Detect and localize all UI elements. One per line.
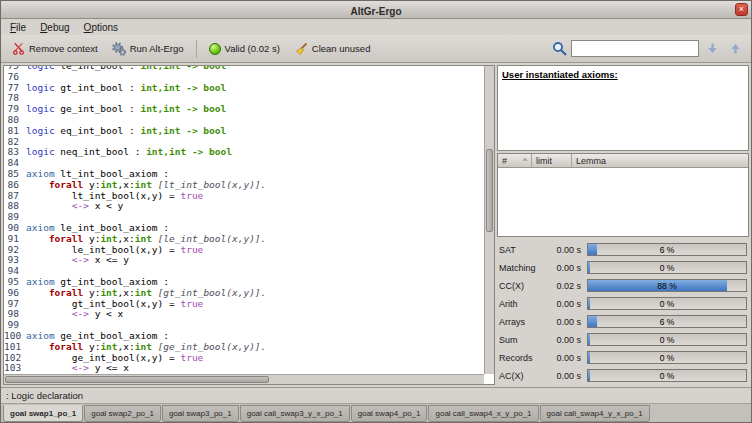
code-line: 98 <-> y < x xyxy=(4,309,484,320)
vertical-scrollbar[interactable] xyxy=(484,66,494,374)
line-number: 103 xyxy=(4,363,26,374)
progress-bar: 0 % xyxy=(587,351,747,364)
column-number-label: # xyxy=(502,156,507,166)
progress-bar: 6 % xyxy=(587,315,747,328)
column-header-lemma[interactable]: Lemma xyxy=(572,154,748,167)
code-line: 93 <-> x <= y xyxy=(4,255,484,266)
tab-goal-call-swap4-x-y-po-1[interactable]: goal call_swap4_x_y_po_1 xyxy=(428,405,538,422)
column-header-limit[interactable]: limit xyxy=(532,154,572,167)
line-number: 81 xyxy=(4,126,26,137)
tab-goal-swap4-po-1[interactable]: goal swap4_po_1 xyxy=(351,405,428,422)
code-line: 79logic ge_int_bool : int,int -> bool xyxy=(4,104,484,115)
line-text: logic eq_int_bool : int,int -> bool xyxy=(26,126,226,137)
line-text: logic ge_int_bool : int,int -> bool xyxy=(26,104,226,115)
lemma-table-header: # ^ limit Lemma xyxy=(498,154,748,168)
progress-label: 6 % xyxy=(588,244,746,255)
progress-bar: 0 % xyxy=(587,297,747,310)
stat-row-ac-x-: AC(X)0.00 s0 % xyxy=(499,367,747,384)
right-panel: User instantiated axioms: # ^ limit Lemm… xyxy=(497,65,749,385)
clean-unused-button[interactable]: Clean unused xyxy=(289,39,376,59)
horizontal-scrollbar-thumb[interactable] xyxy=(5,376,269,383)
sort-asc-icon: ^ xyxy=(523,156,527,165)
tab-goal-swap1-po-1[interactable]: goal swap1_po_1 xyxy=(3,405,83,422)
stat-label: Arrays xyxy=(499,317,547,327)
stat-time: 0.00 s xyxy=(547,245,587,255)
status-text: : Logic declaration xyxy=(6,390,83,401)
run-alt-ergo-button[interactable]: Run Alt-Ergo xyxy=(107,39,189,59)
lemma-table: # ^ limit Lemma xyxy=(497,153,749,237)
stat-row-records: Records0.00 s0 % xyxy=(499,349,747,366)
menu-item-file[interactable]: File xyxy=(3,21,33,34)
title-bar[interactable]: AltGr-Ergo × xyxy=(1,1,751,19)
stat-label: AC(X) xyxy=(499,371,547,381)
valid-status-label: Valid (0.02 s) xyxy=(225,43,280,54)
line-text: <-> y <= x xyxy=(26,363,129,374)
stat-row-arith: Arith0.00 s0 % xyxy=(499,295,747,312)
arrow-down-icon xyxy=(706,42,719,55)
line-text: <-> y < x xyxy=(26,309,123,320)
progress-label: 0 % xyxy=(588,334,746,345)
valid-status: Valid (0.02 s) xyxy=(204,40,285,58)
progress-label: 0 % xyxy=(588,262,746,273)
stat-label: Sum xyxy=(499,335,547,345)
tab-goal-swap2-po-1[interactable]: goal swap2_po_1 xyxy=(84,405,161,422)
line-number: 91 xyxy=(4,234,26,245)
line-number: 96 xyxy=(4,288,26,299)
code-content: 75logic le_int_bool : int,int -> bool767… xyxy=(4,66,484,374)
line-text: logic gt_int_bool : int,int -> bool xyxy=(26,83,226,94)
menu-item-options[interactable]: Options xyxy=(77,21,125,34)
horizontal-scrollbar[interactable] xyxy=(4,374,484,384)
line-text: <-> x < y xyxy=(26,201,123,212)
progress-label: 0 % xyxy=(588,370,746,381)
line-text: <-> x <= y xyxy=(26,255,129,266)
status-bar: : Logic declaration xyxy=(1,387,751,403)
close-button[interactable]: × xyxy=(735,3,748,16)
stat-time: 0.02 s xyxy=(547,281,587,291)
stat-label: Matching xyxy=(499,263,547,273)
app-window: AltGr-Ergo × FileDebugOptions Remove con… xyxy=(0,0,752,423)
gears-run-icon xyxy=(112,42,126,56)
progress-label: 0 % xyxy=(588,298,746,309)
stat-time: 0.00 s xyxy=(547,371,587,381)
code-line: 88 <-> x < y xyxy=(4,201,484,212)
progress-label: 0 % xyxy=(588,352,746,363)
stat-label: Arith xyxy=(499,299,547,309)
code-viewport: 75logic le_int_bool : int,int -> bool767… xyxy=(4,66,484,374)
tab-goal-call-swap3-y-x-po-1[interactable]: goal call_swap3_y_x_po_1 xyxy=(240,405,350,422)
toolbar-separator xyxy=(196,40,197,58)
stat-time: 0.00 s xyxy=(547,317,587,327)
progress-label: 88 % xyxy=(588,280,746,291)
axioms-panel-title: User instantiated axioms: xyxy=(502,69,744,80)
search-input[interactable] xyxy=(571,40,699,57)
stat-row-cc-x-: CC(X)0.02 s88 % xyxy=(499,277,747,294)
remove-context-button[interactable]: Remove context xyxy=(7,39,103,58)
search-icon xyxy=(552,41,567,56)
code-editor[interactable]: 75logic le_int_bool : int,int -> bool767… xyxy=(3,65,495,385)
stat-time: 0.00 s xyxy=(547,353,587,363)
stat-time: 0.00 s xyxy=(547,335,587,345)
scissors-icon xyxy=(12,42,25,55)
column-header-number[interactable]: # ^ xyxy=(498,154,532,167)
clean-unused-label: Clean unused xyxy=(312,43,371,54)
code-line: 103 <-> y <= x xyxy=(4,363,484,374)
stat-label: Records xyxy=(499,353,547,363)
tab-goal-swap3-po-1[interactable]: goal swap3_po_1 xyxy=(162,405,239,422)
menu-bar: FileDebugOptions xyxy=(1,19,751,35)
progress-bar: 0 % xyxy=(587,333,747,346)
search-next-button[interactable] xyxy=(703,39,722,58)
tab-goal-call-swap4-y-x-po-1[interactable]: goal call_swap4_y_x_po_1 xyxy=(540,405,650,422)
arrow-up-icon xyxy=(729,42,742,55)
stat-row-matching: Matching0.00 s0 % xyxy=(499,259,747,276)
stat-row-sat: SAT0.00 s6 % xyxy=(499,241,747,258)
broom-icon xyxy=(294,42,308,56)
code-line: 81logic eq_int_bool : int,int -> bool xyxy=(4,126,484,137)
vertical-scrollbar-thumb[interactable] xyxy=(486,149,493,232)
progress-bar: 6 % xyxy=(587,243,747,256)
menu-item-debug[interactable]: Debug xyxy=(33,21,76,34)
stats-list: SAT0.00 s6 %Matching0.00 s0 %CC(X)0.02 s… xyxy=(497,240,749,385)
main-area: 75logic le_int_bool : int,int -> bool767… xyxy=(1,63,751,387)
code-line: 77logic gt_int_bool : int,int -> bool xyxy=(4,83,484,94)
progress-bar: 0 % xyxy=(587,261,747,274)
search-prev-button[interactable] xyxy=(726,39,745,58)
progress-label: 6 % xyxy=(588,316,746,327)
